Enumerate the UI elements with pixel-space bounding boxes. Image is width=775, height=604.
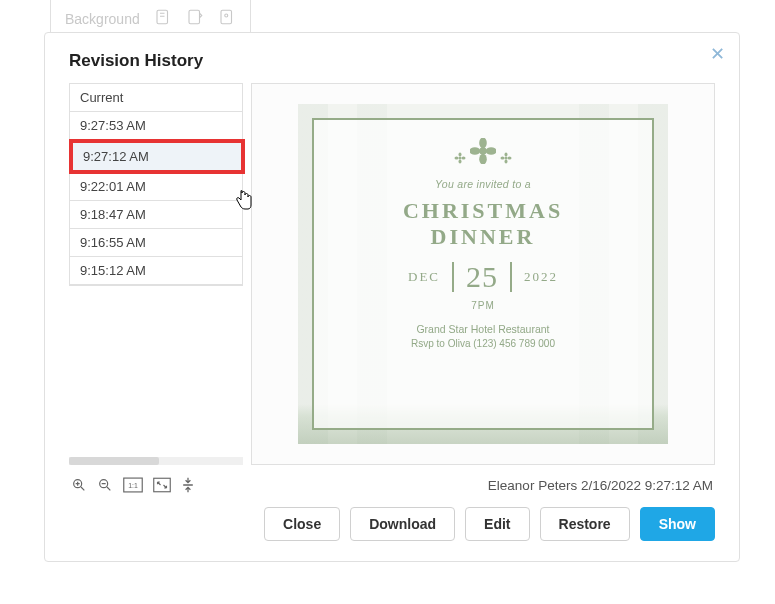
bg-icon-1 bbox=[154, 8, 172, 29]
modal-button-row: Close Download Edit Restore Show bbox=[69, 507, 715, 541]
svg-point-7 bbox=[455, 157, 459, 160]
revision-scrollbar-thumb[interactable] bbox=[69, 457, 159, 465]
show-button[interactable]: Show bbox=[640, 507, 715, 541]
svg-point-14 bbox=[505, 157, 508, 160]
svg-point-9 bbox=[479, 147, 487, 155]
revision-list: Current 9:27:53 AM 9:27:12 AM 9:22:01 AM… bbox=[69, 83, 243, 286]
svg-point-3 bbox=[224, 14, 227, 17]
svg-point-10 bbox=[479, 138, 487, 148]
modal-title: Revision History bbox=[69, 51, 715, 71]
revision-item[interactable]: 9:18:47 AM bbox=[70, 201, 242, 229]
flower-icon bbox=[454, 138, 512, 164]
svg-point-4 bbox=[459, 157, 462, 160]
svg-point-6 bbox=[459, 160, 462, 164]
svg-point-12 bbox=[470, 147, 480, 155]
zoom-out-icon[interactable] bbox=[97, 477, 113, 493]
card-year: 2022 bbox=[524, 269, 558, 285]
svg-rect-23 bbox=[154, 478, 171, 492]
svg-text:1:1: 1:1 bbox=[128, 482, 138, 489]
revision-item[interactable]: 9:27:53 AM bbox=[70, 112, 242, 140]
svg-rect-1 bbox=[189, 10, 200, 24]
svg-point-18 bbox=[508, 157, 512, 160]
edit-button[interactable]: Edit bbox=[465, 507, 529, 541]
card-month: DEC bbox=[408, 269, 440, 285]
card-title-2: Dinner bbox=[431, 224, 536, 250]
bg-icon-3 bbox=[218, 8, 236, 29]
zoom-in-icon[interactable] bbox=[71, 477, 87, 493]
download-button[interactable]: Download bbox=[350, 507, 455, 541]
collapse-icon[interactable] bbox=[181, 477, 195, 493]
card-day: 25 bbox=[466, 260, 498, 294]
revision-history-modal: ✕ Revision History Current 9:27:53 AM 9:… bbox=[44, 32, 740, 562]
card-date-row: DEC 25 2022 bbox=[408, 260, 558, 294]
invited-text: You are invited to a bbox=[435, 178, 531, 190]
svg-point-8 bbox=[462, 157, 466, 160]
svg-point-16 bbox=[505, 160, 508, 164]
close-button[interactable]: Close bbox=[264, 507, 340, 541]
card-rsvp: Rsvp to Oliva (123) 456 789 000 bbox=[411, 338, 555, 349]
revision-scrollbar[interactable] bbox=[69, 457, 243, 465]
svg-rect-0 bbox=[157, 10, 168, 24]
svg-point-15 bbox=[505, 153, 508, 157]
svg-point-17 bbox=[501, 157, 505, 160]
svg-point-13 bbox=[486, 147, 496, 155]
invitation-card: You are invited to a Christmas Dinner DE… bbox=[298, 104, 668, 444]
revision-item[interactable]: 9:15:12 AM bbox=[70, 257, 242, 285]
zoom-actual-icon[interactable]: 1:1 bbox=[123, 477, 143, 493]
close-icon[interactable]: ✕ bbox=[710, 43, 725, 65]
revision-meta: Eleanor Peters 2/16/2022 9:27:12 AM bbox=[488, 478, 713, 493]
svg-point-5 bbox=[459, 153, 462, 157]
bg-icon-2 bbox=[186, 8, 204, 29]
revision-item[interactable]: 9:16:55 AM bbox=[70, 229, 242, 257]
revision-item[interactable]: 9:22:01 AM bbox=[70, 173, 242, 201]
background-label: Background bbox=[65, 11, 140, 27]
revision-preview: You are invited to a Christmas Dinner DE… bbox=[251, 83, 715, 465]
svg-point-11 bbox=[479, 154, 487, 164]
card-title-1: Christmas bbox=[403, 198, 563, 224]
revision-item-current[interactable]: Current bbox=[70, 84, 242, 112]
revision-item-selected[interactable]: 9:27:12 AM bbox=[69, 139, 245, 174]
fit-icon[interactable] bbox=[153, 477, 171, 493]
zoom-toolbar: 1:1 bbox=[71, 477, 195, 493]
card-venue: Grand Star Hotel Restaurant bbox=[416, 323, 549, 335]
restore-button[interactable]: Restore bbox=[540, 507, 630, 541]
card-time: 7PM bbox=[471, 300, 495, 311]
